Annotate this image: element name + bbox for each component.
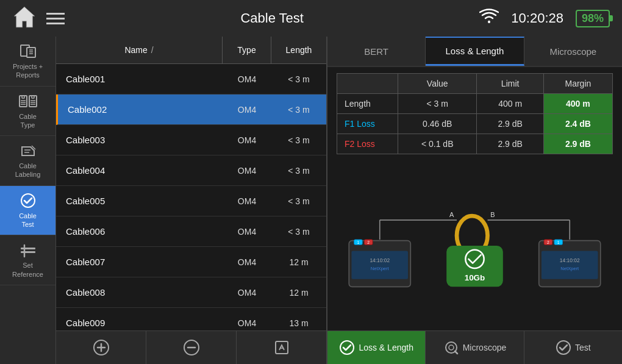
cable-name-cell: Cable001 (56, 74, 223, 84)
results-table: Value Limit Margin Length< 3 m400 m400 m… (337, 73, 613, 154)
sidebar-item-cable-test[interactable]: CableTest (0, 186, 55, 236)
svg-point-19 (21, 194, 35, 207)
add-cable-button[interactable] (56, 331, 146, 364)
cable-length-cell: < 3 m (271, 196, 326, 206)
right-panel: BERT Loss & Length Microscope Value L (327, 37, 622, 364)
right-bottom-toolbar: Loss & Length Microscope Test (327, 330, 622, 364)
result-margin: 2.4 dB (543, 114, 612, 134)
svg-rect-21 (21, 251, 35, 253)
cable-diagram-svg: 14:10:02 NetXpert 1 2 A (334, 179, 616, 313)
cable-type-cell: OM4 (223, 135, 271, 145)
tab-bert-label: BERT (364, 46, 388, 57)
result-row-label: F1 Loss (337, 114, 398, 134)
loss-length-toolbar-button[interactable]: Loss & Length (327, 331, 426, 364)
tab-microscope-label: Microscope (549, 46, 596, 57)
cable-row[interactable]: Cable008OM412 m (56, 277, 326, 308)
svg-text:1: 1 (557, 240, 560, 244)
edit-cable-button[interactable] (237, 331, 326, 364)
svg-text:2: 2 (367, 240, 370, 244)
top-bar-left (12, 5, 65, 32)
cable-length-cell: < 3 m (271, 74, 326, 84)
svg-rect-12 (29, 96, 37, 107)
svg-rect-7 (20, 96, 27, 107)
cable-length-cell: 13 m (271, 318, 326, 328)
sidebar-label-projects: Projects +Reports (13, 62, 43, 80)
svg-text:1: 1 (357, 240, 360, 244)
cable-type-cell: OM4 (223, 74, 271, 84)
sidebar-label-cable-labeling: CableLabeling (15, 162, 41, 179)
top-bar-right: 10:20:28 98% (479, 8, 610, 29)
top-bar: Cable Test 10:20:28 98% (0, 0, 622, 37)
cable-row[interactable]: Cable004OM4< 3 m (56, 155, 326, 186)
svg-rect-8 (22, 96, 24, 98)
column-name: Name / (56, 37, 223, 63)
battery-indicator: 98% (576, 10, 610, 27)
microscope-btn-label: Microscope (463, 343, 507, 352)
test-btn-label: Test (575, 343, 591, 352)
tab-microscope[interactable]: Microscope (524, 37, 622, 66)
cable-name-cell: Cable007 (56, 257, 223, 267)
result-row-label: F2 Loss (337, 134, 398, 154)
col-name-label: Name (124, 45, 147, 55)
svg-text:B: B (490, 210, 495, 218)
main-layout: Projects +Reports CableType (0, 37, 622, 364)
cable-name-cell: Cable009 (56, 318, 223, 328)
app-title: Cable Test (240, 10, 304, 26)
cable-name-cell: Cable002 (58, 104, 223, 115)
cable-name-cell: Cable003 (56, 135, 223, 145)
cable-type-cell: OM4 (223, 196, 271, 206)
cable-row[interactable]: Cable007OM412 m (56, 247, 326, 277)
sidebar-label-cable-type: CableType (19, 112, 37, 130)
svg-text:2: 2 (547, 240, 549, 244)
cable-row[interactable]: Cable003OM4< 3 m (56, 125, 326, 155)
cable-type-cell: OM4 (223, 166, 271, 176)
cable-row[interactable]: Cable005OM4< 3 m (56, 186, 326, 216)
cable-length-cell: < 3 m (271, 105, 326, 115)
result-margin: 2.9 dB (543, 134, 612, 154)
svg-rect-46 (542, 251, 598, 279)
cable-name-cell: Cable005 (56, 196, 223, 206)
svg-rect-20 (21, 248, 35, 249)
cable-rows: Cable001OM4< 3 mCable002OM4< 3 mCable003… (56, 64, 326, 330)
sidebar-item-cable-type[interactable]: CableType (0, 87, 55, 137)
tab-bert[interactable]: BERT (327, 37, 426, 66)
cable-row[interactable]: Cable001OM4< 3 m (56, 64, 326, 95)
sidebar-item-set-reference[interactable]: SetReference (0, 235, 55, 285)
cable-name-cell: Cable006 (56, 226, 223, 237)
column-type: Type (223, 37, 271, 63)
result-limit: 2.9 dB (477, 134, 543, 154)
result-row-label: Length (337, 94, 398, 114)
header-label (337, 74, 398, 94)
cable-type-cell: OM4 (223, 288, 271, 298)
svg-point-59 (557, 341, 570, 354)
cable-name-cell: Cable008 (56, 287, 223, 298)
sort-icon: / (151, 45, 154, 55)
header-margin: Margin (543, 74, 612, 94)
remove-cable-button[interactable] (146, 331, 237, 364)
svg-rect-13 (32, 96, 34, 98)
cable-row[interactable]: Cable002OM4< 3 m (56, 95, 326, 125)
col-type-label: Type (237, 45, 256, 55)
menu-button[interactable] (46, 13, 65, 24)
cable-row[interactable]: Cable009OM413 m (56, 308, 326, 330)
home-button[interactable] (12, 5, 37, 32)
tab-loss-length-label: Loss & Length (446, 46, 504, 56)
cable-row[interactable]: Cable006OM4< 3 m (56, 216, 326, 247)
microscope-toolbar-button[interactable]: Microscope (426, 331, 524, 364)
result-limit: 2.9 dB (477, 114, 543, 134)
svg-text:14:10:02: 14:10:02 (560, 257, 580, 263)
sidebar-item-projects-reports[interactable]: Projects +Reports (0, 37, 55, 87)
tab-loss-length[interactable]: Loss & Length (426, 37, 524, 66)
cable-type-cell: OM4 (223, 105, 271, 115)
column-length: Length (271, 37, 326, 63)
sidebar-item-cable-labeling[interactable]: CableLabeling (0, 136, 55, 186)
test-toolbar-button[interactable]: Test (524, 331, 622, 364)
col-length-label: Length (286, 45, 312, 55)
cable-type-cell: OM4 (223, 257, 271, 267)
cable-type-cell: OM4 (223, 227, 271, 237)
sidebar-label-cable-test: CableTest (19, 212, 37, 229)
cable-length-cell: < 3 m (271, 135, 326, 145)
cable-type-cell: OM4 (223, 318, 271, 328)
cable-length-cell: 12 m (271, 257, 326, 267)
result-value: < 3 m (398, 94, 477, 114)
